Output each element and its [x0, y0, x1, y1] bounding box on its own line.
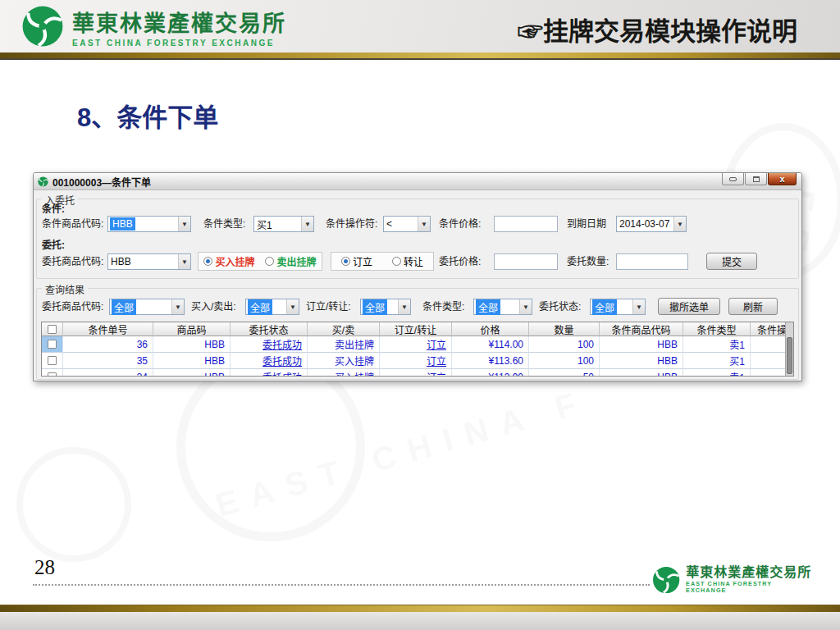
- cell-qty: 100: [529, 353, 600, 369]
- gold-divider-top: [0, 52, 840, 60]
- cell-deal[interactable]: 订立: [380, 369, 452, 377]
- ent-qty-input[interactable]: [616, 253, 688, 270]
- logo-chinese-name: 華東林業產權交易所: [72, 6, 286, 38]
- select-all-checkbox[interactable]: [48, 325, 57, 334]
- cond-type-value: 买1: [254, 217, 301, 231]
- watermark-text: EAST CHINA F: [212, 382, 593, 524]
- col-header[interactable]: 条件类型: [683, 322, 751, 336]
- row-checkbox[interactable]: [48, 372, 57, 377]
- cond-type-label: 条件类型:: [203, 216, 245, 232]
- filter-deal-label: 订立/转让:: [306, 299, 351, 315]
- filter-status-label: 委托状态:: [539, 299, 581, 315]
- cell-cond-type: 卖1: [683, 369, 751, 377]
- cell-cond-code: HBB: [600, 353, 683, 369]
- submit-button[interactable]: 提交: [706, 253, 757, 270]
- cell-cond-code: HBB: [600, 369, 683, 377]
- expire-date-combobox[interactable]: 2014-03-07 ▼: [616, 216, 687, 232]
- entrust-label: 委托:: [42, 237, 65, 253]
- vertical-scrollbar[interactable]: [785, 322, 793, 376]
- cell-side: 买入挂牌: [308, 353, 380, 369]
- row-checkbox[interactable]: [48, 356, 57, 365]
- query-group-label: 查询结果: [42, 282, 88, 296]
- ent-price-input[interactable]: [494, 253, 558, 270]
- chevron-down-icon[interactable]: ▼: [171, 299, 184, 314]
- dialog-titlebar[interactable]: 001000003—条件下单 x: [34, 173, 801, 190]
- cond-price-label: 条件价格:: [439, 216, 481, 232]
- filter-side-value: 全部: [248, 299, 272, 315]
- col-header[interactable]: 订立/转让: [380, 322, 452, 336]
- refresh-button[interactable]: 刷新: [728, 298, 778, 315]
- ent-code-label: 委托商品代码:: [42, 253, 103, 270]
- minimize-button[interactable]: [722, 173, 744, 185]
- gold-divider-bottom: [0, 605, 840, 612]
- ent-qty-label: 委托数量:: [567, 253, 609, 270]
- cell-status[interactable]: 委托成功: [231, 353, 308, 369]
- filter-condtype-value: 全部: [476, 299, 500, 315]
- cell-code: HBB: [153, 353, 231, 369]
- cell-status[interactable]: 委托成功: [231, 336, 308, 353]
- chevron-down-icon[interactable]: ▼: [286, 299, 299, 314]
- filter-condtype-label: 条件类型:: [422, 299, 464, 315]
- cond-price-input[interactable]: [494, 216, 558, 232]
- cancel-selected-button[interactable]: 撤所选单: [658, 298, 720, 315]
- cond-code-value: HBB: [110, 217, 135, 231]
- close-button[interactable]: x: [768, 173, 797, 185]
- filter-side-combobox[interactable]: 全部 ▼: [245, 299, 299, 315]
- table-row[interactable]: 34 HBB 委托成功 买入挂牌 订立 ¥113.90 50 HBB 卖1: [42, 369, 793, 377]
- slide-header: 華東林業產權交易所 EAST CHINA FORESTRY EXCHANGE ☞…: [0, 0, 840, 52]
- chevron-down-icon[interactable]: ▼: [398, 299, 410, 314]
- radio-unselected-icon: [265, 257, 274, 266]
- minimize-icon: [729, 177, 737, 181]
- slide: EAST CHINA F F E 華東林業產權交易所 EAST CHINA FO…: [0, 0, 840, 630]
- chevron-down-icon[interactable]: ▼: [301, 217, 313, 231]
- radio-sell-listing[interactable]: 卖出挂牌: [265, 254, 316, 268]
- col-header[interactable]: 买/卖: [308, 322, 380, 336]
- cell-status[interactable]: 委托成功: [231, 369, 308, 377]
- chevron-down-icon[interactable]: ▼: [178, 254, 190, 269]
- radio-establish[interactable]: 订立: [341, 254, 372, 268]
- table-row[interactable]: 36 HBB 委托成功 卖出挂牌 订立 ¥114.00 100 HBB 卖1: [42, 336, 793, 353]
- chevron-down-icon[interactable]: ▼: [519, 299, 532, 314]
- bottom-strip: [0, 612, 840, 630]
- ent-code-combobox[interactable]: HBB ▼: [107, 253, 191, 270]
- radio-transfer[interactable]: 转让: [392, 254, 423, 268]
- col-header[interactable]: 条件商品代码: [600, 322, 683, 336]
- cell-deal[interactable]: 订立: [380, 336, 452, 353]
- logo-english-name: EAST CHINA FORESTRY EXCHANGE: [72, 39, 286, 48]
- filter-deal-combobox[interactable]: 全部 ▼: [360, 299, 411, 315]
- col-header[interactable]: 商品码: [153, 322, 231, 336]
- cell-code: HBB: [153, 336, 231, 353]
- table-row[interactable]: 35 HBB 委托成功 买入挂牌 订立 ¥113.60 100 HBB 买1: [42, 353, 793, 369]
- row-checkbox[interactable]: [48, 340, 57, 349]
- radio-buy-listing[interactable]: 买入挂牌: [203, 254, 254, 268]
- chevron-down-icon[interactable]: ▼: [673, 217, 686, 231]
- footer-logo-english: EAST CHINA FORESTRY EXCHANGE: [686, 581, 797, 594]
- chevron-down-icon[interactable]: ▼: [178, 217, 190, 231]
- watermark-circle: [16, 447, 131, 562]
- page-title: ☞挂牌交易模块操作说明: [518, 11, 797, 48]
- maximize-button[interactable]: [745, 173, 767, 185]
- scrollbar-thumb[interactable]: [787, 337, 792, 374]
- cond-op-combobox[interactable]: < ▼: [383, 216, 431, 232]
- filter-status-combobox[interactable]: 全部 ▼: [590, 299, 646, 315]
- cell-cond-type: 买1: [683, 353, 751, 369]
- cell-cond-code: HBB: [600, 336, 683, 353]
- cell-price: ¥114.00: [452, 336, 529, 353]
- cond-code-combobox[interactable]: HBB ▼: [107, 216, 191, 232]
- cell-side: 买入挂牌: [308, 369, 380, 377]
- window-title: 001000003—条件下单: [52, 175, 151, 189]
- col-header[interactable]: 价格: [452, 322, 529, 336]
- cond-type-combobox[interactable]: 买1 ▼: [253, 216, 314, 232]
- filter-code-combobox[interactable]: 全部 ▼: [109, 299, 185, 315]
- conditional-order-dialog: 001000003—条件下单 x 入委托 条件: 条件商品代码: HBB ▼ 条…: [33, 172, 802, 381]
- radio-transfer-label: 转让: [404, 254, 423, 268]
- col-header[interactable]: 数量: [529, 322, 600, 336]
- filter-condtype-combobox[interactable]: 全部 ▼: [473, 299, 532, 315]
- col-header[interactable]: 委托状态: [231, 322, 308, 336]
- cell-deal[interactable]: 订立: [380, 353, 452, 369]
- col-header[interactable]: 条件单号: [63, 322, 153, 336]
- chevron-down-icon[interactable]: ▼: [632, 299, 645, 314]
- deal-type-radio-group: 订立 转让: [331, 252, 434, 271]
- section-heading: 8、条件下单: [77, 97, 218, 134]
- chevron-down-icon[interactable]: ▼: [418, 217, 430, 231]
